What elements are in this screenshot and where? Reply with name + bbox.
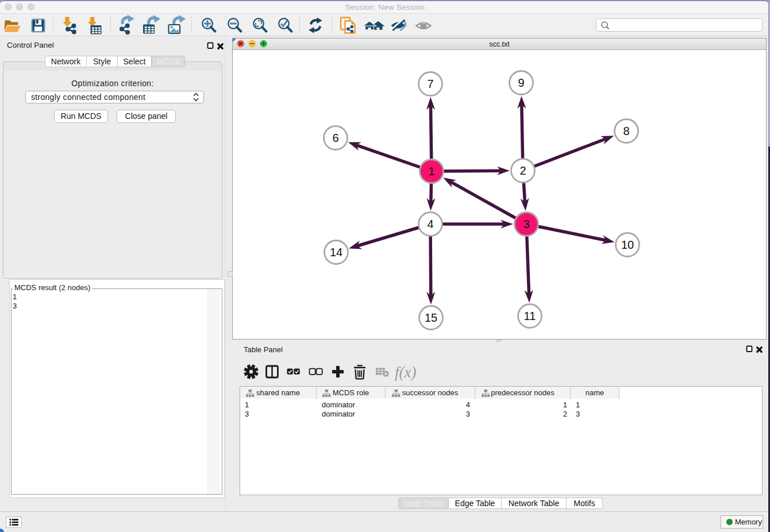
svg-text:7: 7 xyxy=(427,78,433,90)
svg-text:6: 6 xyxy=(332,132,338,144)
svg-text:2: 2 xyxy=(519,164,526,177)
svg-text:3: 3 xyxy=(523,218,529,230)
svg-text:1: 1 xyxy=(428,165,434,178)
svg-text:f(x): f(x) xyxy=(395,364,416,381)
svg-text:11: 11 xyxy=(524,310,536,322)
svg-text:4: 4 xyxy=(427,218,433,230)
svg-text:8: 8 xyxy=(623,125,629,137)
svg-text:9: 9 xyxy=(518,76,524,89)
svg-text:10: 10 xyxy=(621,238,634,251)
svg-text:15: 15 xyxy=(425,311,437,324)
svg-text:14: 14 xyxy=(330,246,342,259)
